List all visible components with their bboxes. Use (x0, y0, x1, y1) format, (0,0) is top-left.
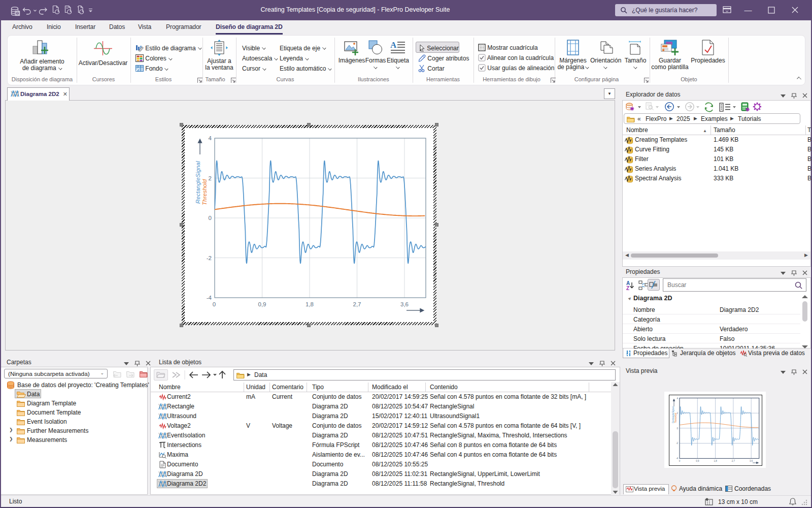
svg-text:2,7: 2,7 (353, 301, 361, 307)
svg-text:Threshold: Threshold (674, 412, 677, 423)
svg-text:0,9: 0,9 (696, 460, 699, 462)
svg-text:-4: -4 (676, 457, 678, 460)
svg-text:0,9: 0,9 (258, 301, 266, 307)
svg-text:2: 2 (209, 175, 212, 181)
svg-text:Threshold: Threshold (201, 179, 208, 205)
svg-text:2: 2 (676, 412, 678, 415)
svg-text:0: 0 (213, 301, 216, 307)
svg-text:1,8: 1,8 (306, 301, 314, 307)
svg-text:-2: -2 (676, 442, 678, 444)
svg-text:3,6: 3,6 (400, 301, 409, 307)
svg-text:3,6: 3,6 (750, 460, 753, 462)
svg-text:-4: -4 (207, 295, 212, 301)
svg-text:0: 0 (679, 460, 681, 462)
svg-text:1,8: 1,8 (714, 460, 717, 462)
svg-text:A: A (390, 40, 397, 50)
svg-text:4: 4 (676, 397, 678, 400)
svg-text:0: 0 (676, 427, 678, 430)
svg-text:0: 0 (209, 215, 212, 221)
svg-text:4: 4 (209, 135, 212, 141)
svg-text:Z: Z (626, 285, 629, 291)
svg-text:RectangleSignal: RectangleSignal (195, 161, 201, 204)
svg-text:-2: -2 (207, 255, 212, 261)
svg-text:2,7: 2,7 (732, 460, 735, 462)
